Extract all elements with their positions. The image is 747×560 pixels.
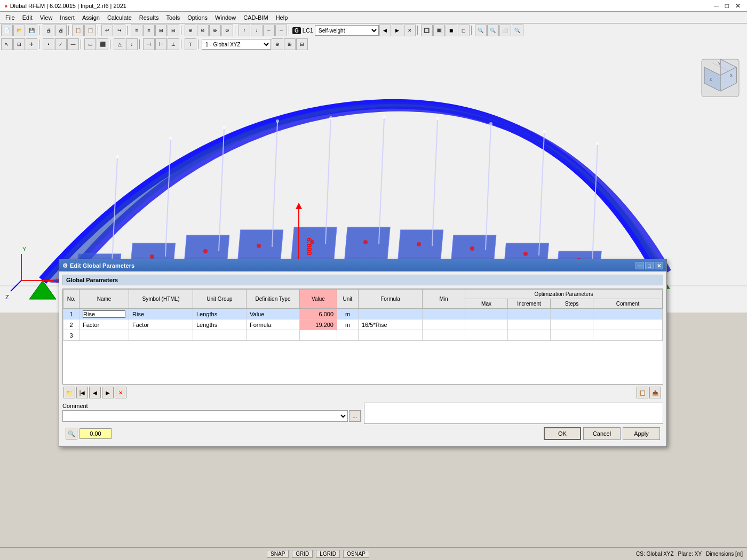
dialog-max-btn[interactable]: □ [645, 262, 654, 269]
copy-table-btn[interactable]: 📋 [637, 387, 648, 398]
filter-btn[interactable]: ⊟ [296, 38, 308, 50]
surface-btn[interactable]: ▭ [84, 38, 96, 50]
menu-view[interactable]: View [37, 13, 56, 22]
cursor-btn[interactable]: ↖ [1, 38, 13, 50]
load-btn[interactable]: ↓ [126, 38, 138, 50]
ok-button[interactable]: OK [544, 427, 581, 440]
lc-select[interactable]: Self-weight [315, 25, 379, 36]
dim1[interactable]: ⊣ [143, 38, 155, 50]
node-btn[interactable]: • [43, 38, 54, 50]
view-btn[interactable]: ⊞ [284, 38, 296, 50]
toolbar-area: 📄 📂 💾 🖨 🖨 📋 📋 ↩ ↪ ≡ ≡ ⊞ ⊟ ⊕ ⊖ ⊗ ⊘ ↑ ↓ ← … [0, 23, 747, 52]
menu-help[interactable]: Help [273, 13, 291, 22]
cancel-button[interactable]: Cancel [583, 427, 621, 440]
dialog-min-btn[interactable]: ─ [635, 262, 644, 269]
delete-row-btn[interactable]: ✕ [115, 387, 126, 398]
menu-insert[interactable]: Insert [57, 13, 78, 22]
menu-file[interactable]: File [2, 13, 18, 22]
solid-btn[interactable]: ⬛ [97, 38, 108, 50]
paste-btn[interactable]: 📋 [84, 25, 96, 36]
open-btn[interactable]: 📂 [13, 25, 25, 36]
th-name: Name [80, 290, 129, 309]
dialog-export-icons: 📋 📤 [634, 386, 663, 399]
menu-tools[interactable]: Tools [163, 13, 183, 22]
menu-edit[interactable]: Edit [19, 13, 36, 22]
render4[interactable]: ◻ [458, 25, 470, 36]
cell-comment-2 [593, 319, 663, 330]
comment-input[interactable] [62, 410, 348, 422]
outer-min-btn[interactable]: ─ [712, 2, 721, 10]
osnap-btn[interactable]: OSNAP [343, 550, 369, 558]
tb16[interactable]: → [275, 25, 287, 36]
print-btn[interactable]: 🖨 [43, 25, 54, 36]
cs-select[interactable]: 1 - Global XYZ [202, 39, 271, 50]
tb14[interactable]: ↓ [251, 25, 263, 36]
save-btn[interactable]: 💾 [26, 25, 37, 36]
menu-calculate[interactable]: Calculate [104, 13, 135, 22]
3d-orientation-cube[interactable]: Y X Z [699, 57, 742, 99]
outer-max-btn[interactable]: □ [723, 2, 731, 10]
zoom2[interactable]: 🔍 [487, 25, 499, 36]
lgrid-btn[interactable]: LGRID [316, 550, 340, 558]
zoom1[interactable]: 🔍 [475, 25, 487, 36]
move-btn[interactable]: ✛ [26, 38, 37, 50]
table-row[interactable]: 2 Factor Factor Lengths Formula 19.200 m… [63, 319, 663, 330]
zoom4[interactable]: 🔍 [512, 25, 523, 36]
print2-btn[interactable]: 🖨 [55, 25, 67, 36]
table-row[interactable]: 1 Rise Lengths Value 6.000 m [63, 309, 663, 319]
menu-assign[interactable]: Assign [79, 13, 103, 22]
cs-btn[interactable]: ⊕ [272, 38, 283, 50]
tb15[interactable]: ← [263, 25, 275, 36]
lc-prev[interactable]: ◀ [379, 25, 391, 36]
snap-btn[interactable]: SNAP [267, 550, 289, 558]
support-btn[interactable]: △ [114, 38, 125, 50]
next-row-btn[interactable]: ▶ [102, 387, 114, 398]
menu-cad-bim[interactable]: CAD-BIM [240, 13, 271, 22]
export-table-btn[interactable]: 📤 [649, 387, 661, 398]
dim2[interactable]: ⊢ [155, 38, 167, 50]
copy-btn[interactable]: 📋 [72, 25, 84, 36]
line-btn[interactable]: ⁄ [55, 38, 67, 50]
open-file-btn[interactable]: 📁 [63, 387, 75, 398]
cell-name-1[interactable] [80, 309, 129, 319]
apply-button[interactable]: Apply [623, 427, 660, 440]
dialog-close-btn[interactable]: ✕ [655, 262, 663, 269]
tb7[interactable]: ⊞ [155, 25, 167, 36]
tb10[interactable]: ⊖ [197, 25, 209, 36]
new-btn[interactable]: 📄 [1, 25, 13, 36]
table-row[interactable]: 3 [63, 330, 663, 341]
tb11[interactable]: ⊗ [209, 25, 221, 36]
grid-btn[interactable]: GRID [292, 550, 313, 558]
tb8[interactable]: ⊟ [168, 25, 179, 36]
svg-text:X: X [730, 74, 733, 77]
comment-edit-btn[interactable]: ... [349, 410, 361, 422]
select-btn[interactable]: ⊡ [13, 38, 25, 50]
text-btn[interactable]: T [185, 38, 196, 50]
member-btn[interactable]: — [67, 38, 79, 50]
first-row-btn[interactable]: |◀ [76, 387, 88, 398]
zoom3[interactable]: ⬜ [499, 25, 511, 36]
search-btn[interactable]: 🔍 [66, 428, 77, 439]
tb13[interactable]: ↑ [239, 25, 250, 36]
lc-next[interactable]: ▶ [392, 25, 403, 36]
cell-steps-2 [551, 319, 593, 330]
section-header: Global Parameters [62, 275, 663, 285]
tb9[interactable]: ⊕ [185, 25, 196, 36]
tb12[interactable]: ⊘ [221, 25, 233, 36]
tb6[interactable]: ≡ [143, 25, 155, 36]
menu-options[interactable]: Options [184, 13, 211, 22]
menu-results[interactable]: Results [136, 13, 162, 22]
search-value-input[interactable] [80, 428, 112, 439]
prev-row-btn[interactable]: ◀ [89, 387, 101, 398]
render3[interactable]: ◼ [446, 25, 457, 36]
undo-btn[interactable]: ↩ [101, 25, 113, 36]
redo-btn[interactable]: ↪ [114, 25, 125, 36]
menu-window[interactable]: Window [212, 13, 239, 22]
dim3[interactable]: ⊥ [168, 38, 179, 50]
render2[interactable]: 🔳 [433, 25, 445, 36]
tb5[interactable]: ≡ [131, 25, 142, 36]
params-table-container[interactable]: No. Name Symbol (HTML) Unit Group Defini… [62, 289, 663, 385]
outer-close-btn[interactable]: ✕ [733, 2, 743, 10]
render1[interactable]: 🔲 [421, 25, 433, 36]
lc-x[interactable]: ✕ [404, 25, 416, 36]
